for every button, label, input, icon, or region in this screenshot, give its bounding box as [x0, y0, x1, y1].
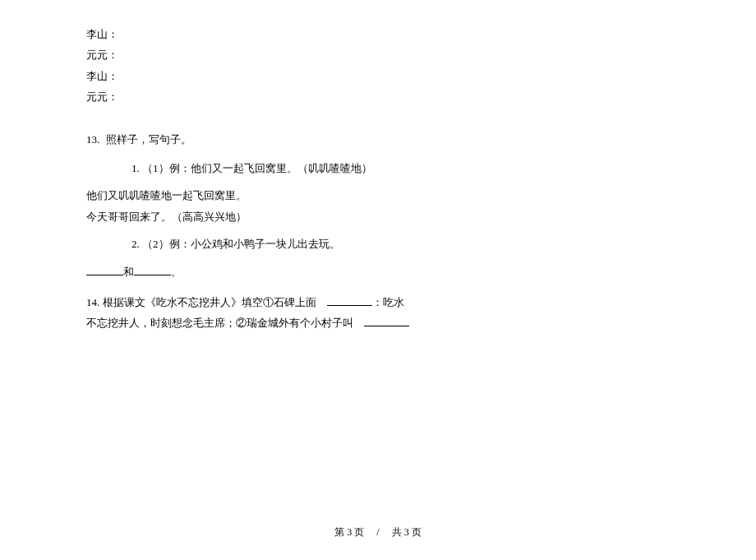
q13-line1: 他们又叽叽喳喳地一起飞回窝里。: [86, 186, 670, 205]
question-14: 14. 根据课文《吃水不忘挖井人》填空①石碑上面 ：吃水 不忘挖井人，时刻想念毛…: [86, 293, 670, 333]
question-13: 13. 照样子，写句子。: [86, 130, 670, 149]
sub2-number: 2.: [131, 238, 140, 250]
question-13-sub1: 1. （1）例：他们又一起飞回窝里。（叽叽喳喳地）: [86, 159, 670, 178]
page-footer: 第 3 页 / 共 3 页: [0, 524, 756, 542]
q14-line2: 不忘挖井人，时刻想念毛主席；②瑞金城外有个小村子叫: [86, 313, 670, 332]
fill-end: 。: [171, 266, 182, 278]
blank-1[interactable]: [86, 264, 123, 275]
name-line-3: 李山：: [86, 67, 670, 86]
q13-line2: 今天哥哥回来了。（高高兴兴地）: [86, 207, 670, 226]
question-14-number: 14.: [86, 296, 99, 308]
name-line-4: 元元：: [86, 87, 670, 106]
blank-2[interactable]: [134, 264, 171, 275]
question-13-number: 13.: [86, 133, 99, 146]
footer-separator: /: [376, 526, 379, 538]
q14-part3: 不忘挖井人，时刻想念毛主席；②瑞金城外有个小村子叫: [86, 317, 353, 329]
sub1-number: 1.: [131, 162, 140, 174]
question-13-sub2: 2. （2）例：小公鸡和小鸭子一块儿出去玩。: [86, 234, 670, 253]
blank-3[interactable]: [327, 294, 372, 306]
sub1-label: （1）例：他们又一起飞回窝里。（叽叽喳喳地）: [142, 162, 372, 174]
sub2-label: （2）例：小公鸡和小鸭子一块儿出去玩。: [142, 238, 340, 250]
name-line-1: 李山：: [86, 25, 670, 44]
q13-fill-blank: 和。: [86, 262, 670, 281]
name-line-2: 元元：: [86, 45, 670, 64]
question-13-title: 照样子，写句子。: [106, 133, 191, 146]
q14-part2: ：吃水: [372, 296, 404, 308]
footer-page-total: 共 3 页: [392, 526, 422, 538]
blank-4[interactable]: [364, 315, 409, 326]
footer-page-current: 第 3 页: [334, 526, 364, 538]
fill-and: 和: [123, 266, 134, 278]
q14-part1: 根据课文《吃水不忘挖井人》填空①石碑上面: [103, 296, 316, 308]
page-content: 李山： 元元： 李山： 元元： 13. 照样子，写句子。 1. （1）例：他们又…: [0, 0, 756, 333]
